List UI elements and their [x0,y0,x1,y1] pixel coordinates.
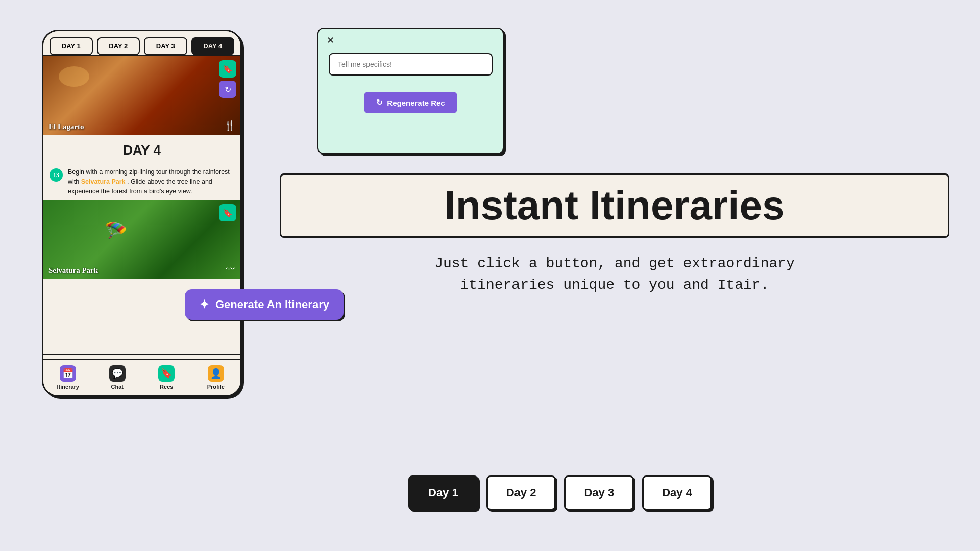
nav-profile[interactable]: 👤 Profile [191,360,241,395]
hero-section: Instant Itineraries Just click a button,… [280,173,949,296]
tab-day2[interactable]: DAY 2 [97,37,140,55]
tab-day4[interactable]: DAY 4 [191,37,235,55]
recs-icon: 🔖 [158,365,175,382]
generate-icon: ✦ [199,297,209,312]
nav-chat-label: Chat [111,384,124,390]
activity-item: 13 Begin with a morning zip-lining tour … [43,163,240,200]
day-heading: DAY 4 [43,135,240,163]
tab-day3[interactable]: DAY 3 [144,37,187,55]
chat-icon: 💬 [109,365,126,382]
restaurant-card: El Lagarto 🍴 🔖 ↻ [43,56,240,135]
park-card-actions: 🔖 [219,204,236,221]
profile-icon: 👤 [208,365,224,382]
park-name: Selvatura Park [48,266,98,275]
bookmark-button[interactable]: 🔖 [219,60,236,78]
park-bookmark-button[interactable]: 🔖 [219,204,236,221]
phone-nav: 📅 Itinerary 💬 Chat 🔖 Recs 👤 Profile [43,359,240,395]
phone-mockup: DAY 1 DAY 2 DAY 3 DAY 4 El Lagarto 🍴 🔖 ↻… [42,30,242,397]
park-icon: 〰 [226,264,235,275]
activity-highlight: Selvatura Park [81,178,126,185]
tab-day1[interactable]: DAY 1 [50,37,93,55]
hero-title: Instant Itineraries [302,185,927,226]
nav-itinerary-label: Itinerary [57,384,79,390]
activity-text: Begin with a morning zip-lining tour thr… [68,167,234,196]
itinerary-icon: 📅 [60,365,76,382]
park-card: Selvatura Park 〰 🔖 [43,200,240,279]
activity-number: 13 [50,168,63,182]
restaurant-icon: 🍴 [224,120,235,131]
refresh-button[interactable]: ↻ [219,81,236,98]
hero-subtitle-line2: itineraries unique to you and Itair. [280,274,949,296]
dialog-specifics-input[interactable] [329,53,493,76]
nav-recs-label: Recs [160,384,173,390]
regen-icon: ↻ [376,98,383,107]
day-btn-2[interactable]: Day 2 [486,475,556,510]
card-actions: 🔖 ↻ [219,60,236,98]
nav-itinerary[interactable]: 📅 Itinerary [43,360,93,395]
day-btn-1[interactable]: Day 1 [408,475,478,510]
day-btn-3[interactable]: Day 3 [564,475,634,510]
day-buttons: Day 1 Day 2 Day 3 Day 4 [408,475,712,510]
regenerate-button[interactable]: ↻ Regenerate Rec [364,92,457,113]
nav-profile-label: Profile [207,384,225,390]
nav-recs[interactable]: 🔖 Recs [142,360,191,395]
day-btn-4[interactable]: Day 4 [642,475,712,510]
dialog-popup: ✕ ↻ Regenerate Rec [317,28,504,154]
hero-subtitle: Just click a button, and get extraordina… [280,253,949,296]
hero-subtitle-line1: Just click a button, and get extraordina… [280,253,949,274]
dialog-close-button[interactable]: ✕ [327,35,334,46]
restaurant-name: El Lagarto [48,122,84,131]
hero-title-box: Instant Itineraries [280,173,949,238]
generate-label: Generate An Itinerary [215,298,329,311]
regen-label: Regenerate Rec [387,98,445,107]
nav-chat[interactable]: 💬 Chat [93,360,142,395]
day-tabs: DAY 1 DAY 2 DAY 3 DAY 4 [43,31,240,56]
